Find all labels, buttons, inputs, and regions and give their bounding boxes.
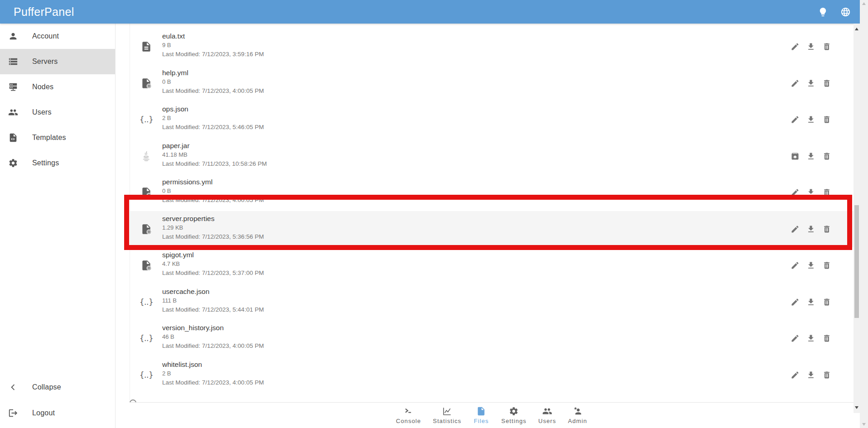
file-row-help.yml[interactable]: help.yml 0 B Last Modified: 7/12/2023, 4…: [130, 65, 854, 102]
scroll-up-arrow[interactable]: [855, 28, 858, 30]
bottom-nav-console[interactable]: Console: [390, 403, 427, 428]
edit-file-button[interactable]: [791, 297, 800, 307]
file-name: version_history.json: [162, 323, 831, 332]
edit-file-button[interactable]: [791, 370, 800, 380]
file-row-permissions.yml[interactable]: permissions.yml 0 B Last Modified: 7/12/…: [130, 174, 854, 211]
file-actions: [791, 115, 831, 125]
file-type-icon-wrap: [140, 186, 153, 199]
sidebar-item-nodes[interactable]: Nodes: [0, 74, 115, 100]
chevron-left-icon: [8, 382, 18, 392]
globe-icon: [840, 7, 851, 17]
download-file-button[interactable]: [806, 370, 815, 380]
file-actions: [791, 78, 831, 88]
download-file-button[interactable]: [806, 42, 815, 52]
delete-file-button[interactable]: [822, 78, 831, 88]
delete-file-button[interactable]: [822, 188, 831, 197]
sidebar-item-account[interactable]: Account: [0, 24, 115, 49]
file-size: 4.7 KB: [162, 260, 831, 268]
edit-icon: [791, 298, 800, 307]
bottom-nav-users[interactable]: Users: [532, 403, 562, 428]
file-type-icon-wrap: {..}: [140, 295, 153, 309]
console-icon: [404, 406, 414, 416]
download-icon: [806, 334, 815, 343]
delete-file-button[interactable]: [822, 297, 831, 307]
edit-file-button[interactable]: [791, 42, 800, 52]
sidebar-item-settings[interactable]: Settings: [0, 150, 115, 176]
file-list: eula.txt 9 B Last Modified: 7/12/2023, 3…: [130, 24, 854, 402]
file-name: usercache.json: [162, 287, 831, 296]
file-row-server.properties[interactable]: server.properties 1.29 KB Last Modified:…: [130, 211, 854, 248]
sidebar-item-users[interactable]: Users: [0, 100, 115, 125]
download-file-button[interactable]: [806, 224, 815, 234]
sidebar-item-servers[interactable]: Servers: [0, 49, 115, 74]
page-scroll-up-arrow[interactable]: [862, 2, 866, 5]
delete-file-button[interactable]: [822, 260, 831, 270]
file-row-version_history.json[interactable]: {..} version_history.json 46 B Last Modi…: [130, 320, 854, 357]
list-scrollbar[interactable]: [854, 24, 860, 413]
file-row-spigot.yml[interactable]: spigot.yml 4.7 KB Last Modified: 7/12/20…: [130, 247, 854, 284]
page-scroll-down-arrow[interactable]: [862, 423, 866, 426]
sidebar-item-templates[interactable]: Templates: [0, 125, 115, 150]
download-file-button[interactable]: [806, 78, 815, 88]
download-file-button[interactable]: [806, 260, 815, 270]
edit-file-button[interactable]: [791, 260, 800, 270]
logout-button[interactable]: Logout: [0, 400, 115, 426]
scroll-down-arrow[interactable]: [855, 406, 858, 409]
bottom-nav-files[interactable]: Files: [467, 403, 495, 428]
delete-icon: [822, 42, 831, 51]
file-row-usercache.json[interactable]: {..} usercache.json 111 B Last Modified:…: [130, 284, 854, 321]
delete-file-button[interactable]: [822, 151, 831, 161]
file-row-eula.txt[interactable]: eula.txt 9 B Last Modified: 7/12/2023, 3…: [130, 29, 854, 65]
file-actions: [791, 333, 831, 343]
language-button[interactable]: [838, 4, 853, 19]
nav-item-label: Files: [474, 418, 489, 424]
delete-file-button[interactable]: [822, 370, 831, 380]
edit-file-button[interactable]: [791, 115, 800, 125]
json-icon: {..}: [140, 115, 153, 124]
sidebar-footer: Collapse: [0, 375, 115, 400]
download-file-button[interactable]: [806, 188, 815, 197]
sidebar-item-label: Users: [32, 108, 52, 116]
download-file-button[interactable]: [806, 151, 815, 161]
delete-icon: [822, 370, 831, 380]
file-name: eula.txt: [162, 31, 831, 41]
edit-file-button[interactable]: [791, 78, 800, 88]
file-actions: [791, 42, 831, 52]
file-name: paper.jar: [162, 141, 831, 150]
edit-file-button[interactable]: [791, 333, 800, 343]
download-icon: [806, 370, 815, 380]
download-file-button[interactable]: [806, 297, 815, 307]
page-scrollbar[interactable]: [860, 0, 868, 428]
bottom-nav-settings[interactable]: Settings: [495, 403, 532, 428]
nav-item-label: Console: [396, 418, 421, 424]
delete-icon: [822, 188, 831, 197]
file-modified: Last Modified: 7/12/2023, 3:59:16 PM: [162, 50, 831, 58]
download-icon: [806, 225, 815, 234]
theme-toggle-button[interactable]: [815, 4, 830, 19]
unarchive-icon: [791, 152, 800, 161]
edit-icon: [791, 42, 800, 51]
delete-file-button[interactable]: [822, 333, 831, 343]
download-file-button[interactable]: [806, 333, 815, 343]
edit-icon: [791, 334, 800, 343]
edit-file-button[interactable]: [791, 224, 800, 234]
edit-icon: [791, 188, 800, 197]
file-row-whitelist.json[interactable]: {..} whitelist.json 2 B Last Modified: 7…: [130, 357, 854, 394]
edit-file-button[interactable]: [791, 188, 800, 197]
sidebar-item-label: Account: [32, 32, 59, 40]
bottom-nav-statistics[interactable]: Statistics: [427, 403, 467, 428]
download-file-button[interactable]: [806, 115, 815, 125]
file-row-ops.json[interactable]: {..} ops.json 2 B Last Modified: 7/12/20…: [130, 101, 854, 138]
delete-file-button[interactable]: [822, 115, 831, 125]
file-type-icon-wrap: {..}: [140, 368, 153, 382]
bottom-nav-admin[interactable]: Admin: [562, 403, 593, 428]
list-scrollbar-thumb[interactable]: [854, 205, 859, 318]
unarchive-file-button[interactable]: [791, 151, 800, 161]
file-actions: [791, 297, 831, 307]
delete-file-button[interactable]: [822, 42, 831, 52]
download-icon: [806, 79, 815, 88]
delete-file-button[interactable]: [822, 224, 831, 234]
file-modified: Last Modified: 7/11/2023, 10:58:26 PM: [162, 159, 831, 168]
collapse-button[interactable]: Collapse: [0, 375, 115, 400]
file-row-paper.jar[interactable]: paper.jar 41.18 MB Last Modified: 7/11/2…: [130, 138, 854, 175]
